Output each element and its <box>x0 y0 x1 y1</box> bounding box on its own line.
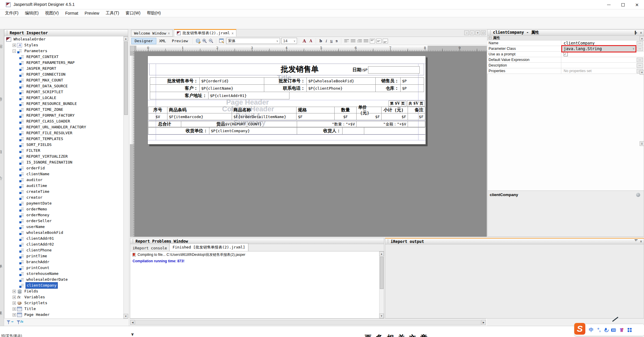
tree-item[interactable]: REPORT_CLASS_LOADER <box>4 118 123 124</box>
expand-icon[interactable]: + <box>13 307 16 311</box>
sogou-input-bar[interactable]: S 中 °, <box>575 324 644 336</box>
tree-item[interactable]: auditor <box>4 177 123 183</box>
maximize-editor-icon[interactable]: ▢ <box>481 30 486 35</box>
goods-detail-cell[interactable]: $F <box>335 113 357 120</box>
tree-item[interactable]: +Page Header <box>4 312 123 318</box>
property-row[interactable]: Description⋯ <box>487 63 644 68</box>
align-right-icon[interactable] <box>356 38 363 44</box>
tree-item[interactable]: REPORT_FORMAT_FACTORY <box>4 113 123 118</box>
tree-item[interactable]: REPORT_SCRIPTLET <box>4 89 123 95</box>
ellipsis-button[interactable]: ⋯ <box>637 41 643 45</box>
summary-count[interactable]: 货品$V{REPORT_COUNT} <box>181 121 297 127</box>
font-size-combobox[interactable]: 14 ∨ <box>281 38 297 44</box>
menu-item[interactable]: Format <box>62 10 81 16</box>
collapse-icon[interactable]: − <box>489 37 492 39</box>
scroll-down-icon[interactable]: ▼ <box>123 314 128 319</box>
tree-item[interactable]: storehouseName <box>4 271 123 277</box>
microphone-icon[interactable] <box>604 328 607 332</box>
menu-item[interactable]: 帮助(H) <box>144 10 163 16</box>
goods-header-cell[interactable]: 备注 <box>408 107 425 113</box>
tree-item[interactable]: createTime <box>4 189 123 195</box>
goods-header-cell[interactable]: 规格 <box>296 107 335 113</box>
increase-font-icon[interactable]: A <box>301 38 308 44</box>
chinese-mode-icon[interactable]: 中 <box>589 327 594 333</box>
goods-detail-cell[interactable]: $F{orderDetailItemName} <box>232 113 296 120</box>
tree-item[interactable]: +AStyles <box>4 42 123 48</box>
receiver-company-value[interactable]: $P{clientCompany} <box>209 127 297 134</box>
info-value[interactable]: $P{clientPhone} <box>307 85 376 92</box>
checkbox-checked-icon[interactable] <box>564 52 568 56</box>
dock-panel-icon[interactable]: ▐▸ <box>634 31 638 35</box>
tree-item[interactable]: REPORT_LOCALE <box>4 95 123 101</box>
expand-icon[interactable]: + <box>13 302 16 305</box>
info-row-1[interactable]: 批发销售单号：$P{orderFid}批发订单号：$P{wholesaleBoo… <box>150 77 424 85</box>
tree-item[interactable]: REPORT_URL_HANDLER_FACTORY <box>4 124 123 130</box>
properties-header[interactable]: clientCompany - 属性 ▐▸ x <box>487 29 644 36</box>
valign-bottom-icon[interactable] <box>382 38 389 44</box>
tree-item[interactable]: IS_IGNORE_PAGINATION <box>4 159 123 165</box>
scrollbar-thumb[interactable] <box>380 257 384 289</box>
scroll-up-icon[interactable]: ▲ <box>123 36 128 41</box>
scroll-left-icon[interactable]: ◀ <box>130 320 135 325</box>
summary-amt[interactable]: "金额："+$V <box>357 121 408 127</box>
tree-item[interactable]: REPORT_FILE_RESOLVER <box>4 130 123 136</box>
receiver-company-label[interactable]: 收货单位： <box>148 127 209 134</box>
report-inspector-header[interactable]: Report Inspector <box>4 29 128 36</box>
filter-variables-icon[interactable]: fx <box>17 320 23 325</box>
tree-item[interactable]: REPORT_PARAMETERS_MAP <box>4 60 123 66</box>
tree-item[interactable]: REPORT_CONNECTION <box>4 72 123 77</box>
goods-detail-cell[interactable]: $F <box>357 113 382 120</box>
chevron-down-icon[interactable]: ∨ <box>633 47 634 50</box>
horizontal-scrollbar[interactable]: ◀ ▶ <box>130 319 486 326</box>
console-scrollbar[interactable]: ▲ ▼ <box>379 251 384 318</box>
bold-icon[interactable]: b <box>318 39 323 43</box>
properties-section-bar[interactable]: − 属性 <box>488 36 644 40</box>
props-scroll-up-icon[interactable]: ▲ <box>640 36 644 41</box>
tree-item[interactable]: printTime <box>4 253 123 259</box>
receiver-person-label[interactable]: 收货人： <box>297 127 342 134</box>
tab-finished-report[interactable]: Finished [批发销售单报表(2).jrxml] <box>169 243 248 251</box>
underline-icon[interactable]: u <box>329 39 334 43</box>
scrollbar-thumb[interactable] <box>124 42 128 115</box>
ellipsis-button[interactable]: ⋯ <box>637 58 643 62</box>
goods-detail-cell[interactable]: $F{itemBarcode} <box>167 113 232 120</box>
tree-item[interactable]: userName <box>4 224 123 230</box>
tree-item[interactable]: REPORT_RESOURCE_BUNDLE <box>4 101 123 107</box>
keyboard-icon[interactable] <box>611 329 616 332</box>
menu-item[interactable]: 文件(F) <box>2 10 21 16</box>
tab-close-icon[interactable]: x <box>232 31 234 35</box>
tree-item[interactable]: WholesaleOrder <box>4 36 123 42</box>
expand-icon[interactable]: + <box>13 290 16 293</box>
align-justify-icon[interactable] <box>363 38 369 44</box>
tree-item[interactable]: REPORT_TEMPLATES <box>4 136 123 142</box>
info-value[interactable]: $P{clientAddr01} <box>209 92 289 99</box>
collapse-icon[interactable]: − <box>13 50 16 53</box>
report-problems-header[interactable]: Report Problems Window <box>130 238 384 244</box>
tree-item[interactable]: +Fields <box>4 288 123 294</box>
tree-item[interactable]: orderMoney <box>4 212 123 218</box>
strikethrough-icon[interactable]: s <box>334 39 339 43</box>
goods-header-cell[interactable]: 单价（元） <box>357 107 382 113</box>
goods-header-row[interactable]: 序号商品条码商品名称规格数量单价（元）小计（元）备注 <box>148 107 425 113</box>
tree-item[interactable]: orderFid <box>4 165 123 171</box>
summary-qty[interactable]: "数量："+$V <box>297 121 357 127</box>
property-row[interactable]: Default Value Expression⋯ <box>487 57 644 63</box>
tree-item[interactable]: wholesaleBookFid <box>4 230 123 236</box>
skin-icon[interactable] <box>620 328 624 332</box>
zoom-out-icon[interactable] <box>208 38 214 44</box>
tree-item[interactable]: FILTER <box>4 148 123 154</box>
goods-header-cell[interactable]: 序号 <box>148 107 167 113</box>
property-value[interactable] <box>562 52 635 57</box>
tree-scrollbar[interactable]: ▲ ▼ <box>123 36 128 319</box>
goods-header-cell[interactable]: 小计（元） <box>382 107 408 113</box>
page-number-element[interactable]: 第 $V 页 共 $V 页 <box>148 101 425 107</box>
scrollbar-track[interactable] <box>135 320 481 325</box>
close-panel-icon[interactable]: x <box>640 239 642 243</box>
minimized-panel-tab[interactable]: 目 <box>0 149 2 155</box>
minimize-button[interactable] <box>602 0 616 9</box>
valign-top-icon[interactable] <box>369 38 376 44</box>
align-left-icon[interactable] <box>343 38 350 44</box>
property-row[interactable]: Parameter Classjava.lang.String∨⋯ <box>487 46 644 52</box>
property-value[interactable] <box>562 57 635 62</box>
tree-item[interactable]: REPORT_CONTEXT <box>4 54 123 60</box>
